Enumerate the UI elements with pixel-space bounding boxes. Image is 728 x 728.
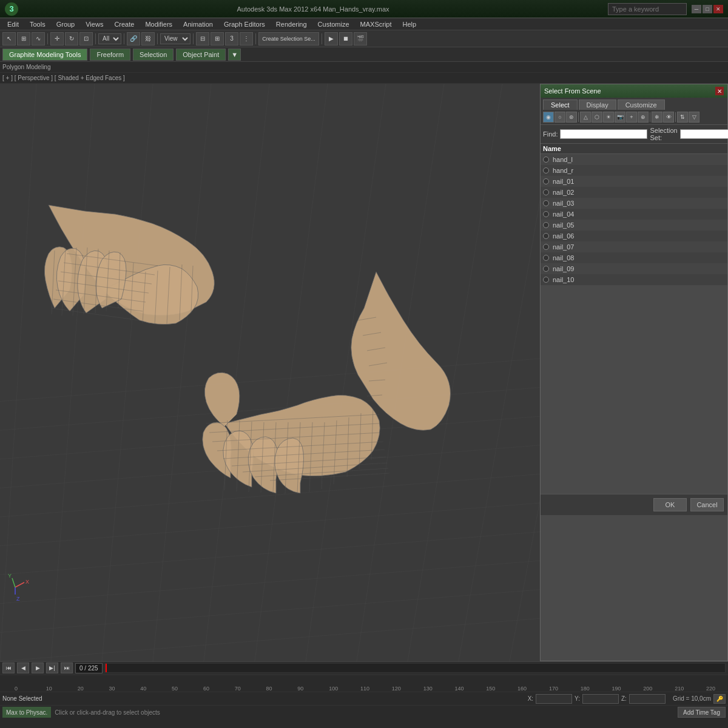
list-item[interactable]: nail_08	[541, 252, 727, 263]
menu-edit[interactable]: Edit	[2, 19, 24, 29]
link-btn[interactable]: 🔗	[127, 32, 140, 46]
tab-object-paint[interactable]: Object Paint	[176, 49, 226, 61]
menu-modifiers[interactable]: Modifiers	[140, 19, 177, 29]
find-input[interactable]	[560, 129, 647, 139]
timeline-tick: 70	[235, 686, 241, 692]
dlg-lights-btn[interactable]: ☀	[603, 112, 614, 123]
menu-customize[interactable]: Customize	[313, 19, 354, 29]
reference-select[interactable]: All	[98, 33, 121, 44]
mirror-btn[interactable]: ⊞	[211, 32, 224, 46]
maximize-button[interactable]: □	[703, 5, 712, 13]
item-name: nail_10	[553, 276, 574, 283]
dlg-all-btn[interactable]: ◉	[543, 112, 554, 123]
menu-bar: Edit Tools Group Views Create Modifiers …	[0, 18, 728, 30]
dlg-sort-btn[interactable]: ⇅	[677, 112, 688, 123]
play-btn[interactable]: ▶	[325, 32, 338, 46]
dlg-geo-btn[interactable]: △	[580, 112, 591, 123]
search-input[interactable]	[608, 3, 687, 15]
add-time-tag-button[interactable]: Add Time Tag	[678, 707, 726, 718]
tab-graphite-modeling[interactable]: Graphite Modeling Tools	[2, 49, 87, 61]
x-coord-input[interactable]	[536, 694, 572, 704]
align-btn[interactable]: ⊟	[196, 32, 209, 46]
tl-next-btn[interactable]: ▶|	[46, 662, 58, 673]
snap-btn[interactable]: ⋮	[240, 32, 253, 46]
scrub-bar[interactable]: 0102030405060708090100110120130140150160…	[0, 675, 728, 692]
view-select[interactable]: View	[160, 33, 190, 44]
toolbar2-options-btn[interactable]: ▼	[228, 49, 241, 61]
y-coord-label: Y:	[575, 695, 580, 702]
tl-end-btn[interactable]: ⏭	[61, 662, 73, 673]
timeline-tick: 30	[109, 686, 115, 692]
status-row-1: None Selected X: Y: Z: Grid = 10,0cm 🔑	[0, 692, 728, 706]
move-btn[interactable]: ✛	[50, 32, 64, 46]
menu-animation[interactable]: Animation	[178, 19, 218, 29]
dialog-cancel-button[interactable]: Cancel	[690, 498, 724, 511]
dlg-invert-btn[interactable]: ⊛	[566, 112, 577, 123]
dialog-titlebar[interactable]: Select From Scene ✕	[541, 84, 727, 98]
dialog-tab-customize[interactable]: Customize	[618, 99, 665, 110]
create-selection-btn[interactable]: Create Selection Se...	[258, 32, 319, 46]
dialog-close-button[interactable]: ✕	[715, 87, 724, 95]
dlg-filter-btn[interactable]: ▽	[689, 112, 699, 123]
list-item[interactable]: nail_03	[541, 198, 727, 209]
dialog-tab-select[interactable]: Select	[543, 99, 578, 110]
menu-help[interactable]: Help	[398, 19, 422, 29]
item-indicator	[543, 255, 549, 261]
tab-selection[interactable]: Selection	[133, 49, 174, 61]
menu-create[interactable]: Create	[109, 19, 139, 29]
minimize-button[interactable]: ─	[692, 5, 701, 13]
timeline-tick: 20	[78, 686, 84, 692]
list-item[interactable]: nail_07	[541, 241, 727, 252]
z-coord-input[interactable]	[629, 694, 666, 704]
list-item[interactable]: nail_09	[541, 263, 727, 274]
list-item[interactable]: nail_06	[541, 231, 727, 241]
timeline-track[interactable]	[105, 663, 726, 673]
timeline-tick: 80	[266, 686, 272, 692]
tl-start-btn[interactable]: ⏮	[2, 662, 15, 673]
menu-rendering[interactable]: Rendering	[271, 19, 312, 29]
list-item[interactable]: nail_10	[541, 274, 727, 285]
timeline-tick: 170	[549, 686, 558, 692]
tab-freeform[interactable]: Freeform	[90, 49, 130, 61]
dlg-cameras-btn[interactable]: 📷	[615, 112, 625, 123]
dlg-frozen-btn[interactable]: ❄	[652, 112, 662, 123]
list-item[interactable]: nail_04	[541, 209, 727, 220]
close-button[interactable]: ✕	[713, 5, 723, 13]
menu-group[interactable]: Group	[52, 19, 80, 29]
list-item[interactable]: nail_01	[541, 176, 727, 187]
dlg-helpers-btn[interactable]: +	[626, 112, 637, 123]
dlg-spacewarps-btn[interactable]: ⊕	[638, 112, 649, 123]
stop-btn[interactable]: ⏹	[339, 32, 352, 46]
polygon-modeling-label: Polygon Modeling	[2, 64, 51, 70]
select-tool-btn[interactable]: ↖	[2, 32, 16, 46]
tl-prev-btn[interactable]: ◀	[17, 662, 29, 673]
dlg-shapes-btn[interactable]: ⬡	[592, 112, 602, 123]
list-item[interactable]: nail_02	[541, 187, 727, 198]
dialog-tab-display[interactable]: Display	[579, 99, 616, 110]
sel-set-label: Selection Set:	[650, 127, 677, 141]
menu-graph-editors[interactable]: Graph Editors	[219, 19, 270, 29]
lasso-btn[interactable]: ∿	[32, 32, 45, 46]
select-region-btn[interactable]: ⊞	[17, 32, 30, 46]
dialog-object-list[interactable]: hand_lhand_rnail_01nail_02nail_03nail_04…	[541, 154, 727, 494]
sel-set-input[interactable]	[680, 129, 728, 139]
list-item[interactable]: hand_r	[541, 165, 727, 176]
rotate-btn[interactable]: ↻	[65, 32, 78, 46]
unlink-btn[interactable]: ⛓	[141, 32, 155, 46]
array-btn[interactable]: 3	[225, 32, 238, 46]
dlg-none-btn[interactable]: ○	[554, 112, 565, 123]
tl-play-btn[interactable]: ▶	[32, 662, 44, 673]
dialog-ok-button[interactable]: OK	[653, 498, 687, 511]
menu-views[interactable]: Views	[81, 19, 108, 29]
viewport-container: X Y Z Select From Scene ✕ Select Display…	[0, 84, 728, 661]
list-item[interactable]: hand_l	[541, 154, 727, 165]
dlg-sep-2	[650, 112, 650, 122]
app-logo: 3	[5, 2, 18, 16]
list-item[interactable]: nail_05	[541, 220, 727, 231]
menu-tools[interactable]: Tools	[25, 19, 50, 29]
scale-btn[interactable]: ⊡	[79, 32, 93, 46]
menu-maxscript[interactable]: MAXScript	[356, 19, 397, 29]
render-btn[interactable]: 🎬	[354, 32, 367, 46]
y-coord-input[interactable]	[582, 694, 619, 704]
dlg-hidden-btn[interactable]: 👁	[663, 112, 674, 123]
